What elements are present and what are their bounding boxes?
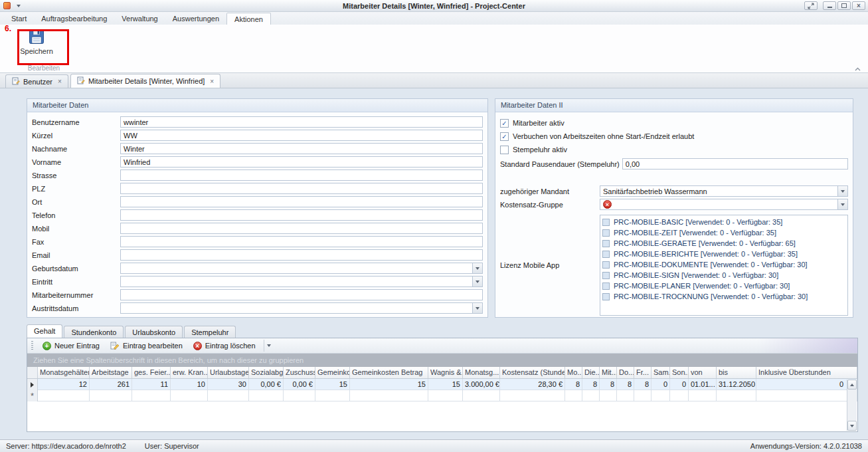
- license-item[interactable]: PRC-MOBILE-BASIC [Verwendet: 0 - Verfügb…: [602, 217, 845, 227]
- column-header-sam[interactable]: Sam...: [651, 367, 670, 378]
- document-tab-mitarbeiter-details-winter-winfried[interactable]: Mitarbeiter Details [Winter, Winfried]×: [70, 74, 220, 88]
- scroll-down-button[interactable]: [847, 421, 857, 431]
- maximize-button[interactable]: [837, 1, 851, 10]
- input-vorname[interactable]: Winfried: [120, 156, 483, 168]
- input-geburtsdatum[interactable]: [120, 263, 483, 274]
- dropdown-button[interactable]: [472, 263, 482, 273]
- checkbox-row-mitarbeiter-aktiv[interactable]: ✓Mitarbeiter aktiv: [500, 116, 848, 130]
- input-strasse[interactable]: [120, 170, 483, 181]
- clear-error-icon[interactable]: ×: [603, 200, 612, 209]
- table-row[interactable]: 122611110300,00 €0,00 €1515153.000,00 €2…: [27, 379, 857, 390]
- column-header-zuschuss[interactable]: Zuschuss: [284, 367, 315, 378]
- detail-tab-stempeluhr[interactable]: Stempeluhr: [184, 326, 236, 338]
- column-header-fr[interactable]: Fr...: [634, 367, 651, 378]
- dropdown-button[interactable]: [837, 199, 847, 209]
- input-nachname[interactable]: Winter: [120, 143, 483, 154]
- column-header-son[interactable]: Son...: [670, 367, 689, 378]
- column-header-bis[interactable]: bis: [717, 367, 756, 378]
- license-item[interactable]: PRC-MOBILE-DOKUMENTE [Verwendet: 0 - Ver…: [602, 259, 845, 270]
- input-plz[interactable]: [120, 183, 483, 194]
- checkbox[interactable]: [602, 251, 610, 258]
- toolbar-dropdown-button[interactable]: [264, 340, 274, 352]
- kostensatz-combobox[interactable]: ×: [600, 199, 848, 210]
- license-item[interactable]: PRC-MOBILE-ZEIT [Verwendet: 0 - Verfügba…: [602, 227, 845, 238]
- pause-duration-input[interactable]: 0,00: [622, 158, 848, 170]
- edit-entry-button[interactable]: Eintrag bearbeiten: [106, 340, 187, 352]
- column-header-von[interactable]: von: [689, 367, 717, 378]
- column-header-inklusive-berstunden[interactable]: Inklusive Überstunden: [756, 367, 857, 378]
- column-header-do[interactable]: Do...: [617, 367, 634, 378]
- column-header-kostensatz-stunde[interactable]: Kostensatz (Stunde): [500, 367, 565, 378]
- checkbox[interactable]: ✓: [500, 132, 509, 141]
- fullscreen-button[interactable]: [804, 1, 818, 10]
- dropdown-button[interactable]: [472, 303, 482, 313]
- checkbox[interactable]: [500, 146, 509, 154]
- column-header-arbeitstage[interactable]: Arbeitstage: [90, 367, 132, 378]
- group-by-panel[interactable]: Ziehen Sie eine Spaltenüberschrift in di…: [27, 354, 857, 367]
- scroll-up-button[interactable]: [847, 380, 857, 390]
- toolbar-grip[interactable]: [31, 341, 33, 350]
- minimize-button[interactable]: [823, 1, 836, 10]
- column-header-monatsgeh-lter[interactable]: Monatsgehälter: [38, 367, 90, 378]
- close-tab-icon[interactable]: ×: [58, 78, 62, 85]
- checkbox-row-verbuchen-von-arbeitszeiten-ohne-start-endzeit-erlaubt[interactable]: ✓Verbuchen von Arbeitszeiten ohne Start-…: [500, 130, 848, 143]
- mandant-combobox[interactable]: Sanitärfachbetrieb Wassermann: [600, 185, 848, 197]
- column-header-ges-feier[interactable]: ges. Feier...: [132, 367, 171, 378]
- dropdown-button[interactable]: [472, 277, 482, 286]
- input-k-rzel[interactable]: WW: [120, 130, 483, 141]
- checkbox[interactable]: [602, 261, 610, 269]
- collapse-ribbon-button[interactable]: [854, 65, 861, 73]
- input-mitarbeiternummer[interactable]: [120, 289, 483, 300]
- ribbon-tab-auftragsbearbeitung[interactable]: Auftragsbearbeitung: [34, 13, 114, 25]
- checkbox[interactable]: ✓: [500, 119, 509, 128]
- input-benutzername[interactable]: wwinter: [120, 116, 483, 128]
- input-ort[interactable]: [120, 196, 483, 207]
- checkbox[interactable]: [602, 282, 610, 290]
- column-header-sozialabg[interactable]: Sozialabg...: [249, 367, 284, 378]
- detail-tab-gehalt[interactable]: Gehalt: [27, 324, 62, 338]
- license-item[interactable]: PRC-MOBILE-PLANER [Verwendet: 0 - Verfüg…: [602, 281, 845, 291]
- license-item[interactable]: PRC-MOBILE-BERICHTE [Verwendet: 0 - Verf…: [602, 249, 845, 259]
- column-header-monatsg[interactable]: Monatsg...: [463, 367, 500, 378]
- license-item[interactable]: PRC-MOBILE-TROCKNUNG [Verwendet: 0 - Ver…: [602, 291, 845, 302]
- vertical-scrollbar[interactable]: [847, 380, 857, 431]
- grid-rows: 122611110300,00 €0,00 €1515153.000,00 €2…: [27, 379, 857, 401]
- close-tab-icon[interactable]: ×: [210, 78, 214, 85]
- checkbox[interactable]: [602, 229, 610, 237]
- checkbox[interactable]: [602, 272, 610, 279]
- checkbox[interactable]: [602, 219, 610, 226]
- detail-tab-stundenkonto[interactable]: Stundenkonto: [64, 326, 124, 338]
- license-item[interactable]: PRC-MOBILE-GERAETE [Verwendet: 0 - Verfü…: [602, 238, 845, 249]
- checkbox-row-stempeluhr-aktiv[interactable]: Stempeluhr aktiv: [500, 143, 848, 156]
- ribbon-tab-start[interactable]: Start: [4, 13, 34, 25]
- column-header-wagnis[interactable]: Wagnis &...: [428, 367, 463, 378]
- input-austrittsdatum[interactable]: [120, 302, 483, 314]
- input-email[interactable]: [120, 249, 483, 261]
- column-header-gemeinkosten-betrag[interactable]: Gemeinkosten Betrag: [350, 367, 428, 378]
- ribbon-tab-aktionen[interactable]: Aktionen: [226, 13, 271, 25]
- new-entry-button[interactable]: + Neuer Eintrag: [38, 340, 104, 352]
- close-button[interactable]: ×: [852, 1, 865, 10]
- column-header-gemeinko[interactable]: Gemeinko...: [315, 367, 350, 378]
- detail-tab-urlaubskonto[interactable]: Urlaubskonto: [125, 326, 183, 338]
- input-telefon[interactable]: [120, 209, 483, 221]
- license-item[interactable]: PRC-MOBILE-SIGN [Verwendet: 0 - Verfügba…: [602, 270, 845, 281]
- input-eintritt[interactable]: [120, 276, 483, 287]
- license-listbox[interactable]: PRC-MOBILE-BASIC [Verwendet: 0 - Verfügb…: [600, 215, 848, 316]
- input-mobil[interactable]: [120, 223, 483, 234]
- dropdown-button[interactable]: [837, 186, 847, 196]
- ribbon-tab-auswertungen[interactable]: Auswertungen: [165, 13, 226, 25]
- table-new-row[interactable]: *: [27, 390, 857, 401]
- column-header-mit[interactable]: Mit...: [600, 367, 617, 378]
- column-header-die[interactable]: Die...: [582, 367, 600, 378]
- ribbon-tab-verwaltung[interactable]: Verwaltung: [114, 13, 165, 25]
- input-fax[interactable]: [120, 236, 483, 247]
- checkbox[interactable]: [602, 240, 610, 247]
- column-header-mo[interactable]: Mo...: [565, 367, 582, 378]
- checkbox[interactable]: [602, 293, 610, 300]
- column-header-erw-kran[interactable]: erw. Kran...: [171, 367, 208, 378]
- field-label: Strasse: [32, 171, 120, 179]
- delete-entry-button[interactable]: × Eintrag löschen: [189, 340, 260, 352]
- document-tab-benutzer[interactable]: Benutzer×: [5, 74, 68, 88]
- column-header-urlaubstage[interactable]: Urlaubstage: [208, 367, 249, 378]
